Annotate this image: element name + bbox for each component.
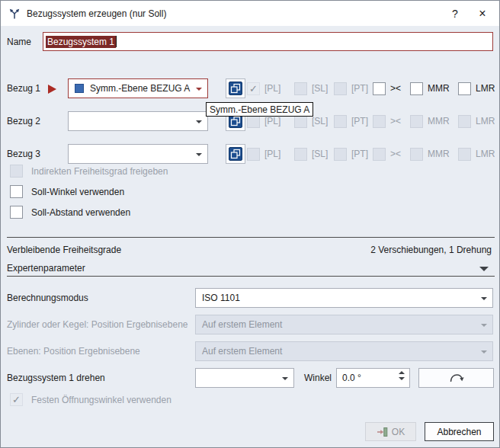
pt-label: [PT]	[351, 83, 368, 94]
bezug-3-label: Bezug 3	[7, 149, 40, 159]
pl-label: [PL]	[264, 83, 280, 94]
zylinder-kegel-label: Zylinder oder Kegel: Position Ergebniseb…	[7, 319, 188, 330]
name-input[interactable]: Bezugssystem 1	[43, 32, 493, 51]
winkel-value: 0.0 °	[342, 373, 361, 383]
freiheitsgrade-label: Verbleibende Freiheitsgrade	[7, 245, 121, 255]
chevron-down-icon	[481, 350, 487, 354]
constraint-label: ><	[390, 149, 401, 159]
bezugssystem-dialog: Bezugssystem erzeugen (nur Soll) ? × Nam…	[0, 0, 500, 448]
spin-down-icon[interactable]	[399, 377, 405, 380]
bezug-1-combobox[interactable]: Symm.-Ebene BEZUG A	[68, 78, 208, 98]
mmr-checkbox	[410, 115, 423, 128]
soll-abstand-checkbox[interactable]	[10, 206, 23, 219]
soll-abstand-option-row: Soll-Abstand verwenden	[1, 205, 500, 220]
tooltip: Symm.-Ebene BEZUG A	[206, 102, 313, 117]
pt-label: [PT]	[351, 116, 368, 126]
berechnungsmodus-label: Berechnungsmodus	[7, 293, 88, 303]
mmr-checkbox	[410, 148, 423, 161]
chevron-down-icon	[481, 297, 487, 300]
oeffnungswinkel-label: Festen Öffnungswinkel verwenden	[31, 395, 171, 405]
constraint-checkbox[interactable]	[373, 82, 386, 95]
close-icon[interactable]: ×	[469, 1, 496, 26]
lmr-checkbox	[458, 115, 471, 128]
freiheitsgrade-value: 2 Verschiebungen, 1 Drehung	[370, 245, 492, 255]
sl-checkbox	[294, 148, 307, 161]
spin-up-icon[interactable]	[399, 371, 405, 374]
rotate-arrow-icon	[448, 373, 465, 384]
lmr-checkbox[interactable]	[458, 82, 471, 95]
mmr-label: MMR	[428, 116, 450, 126]
lmr-checkbox	[458, 148, 471, 161]
indirekt-checkbox	[10, 165, 23, 178]
indirekt-option-row: Indirekten Freiheitsgrad freigeben	[1, 164, 500, 179]
chevron-down-icon	[282, 377, 288, 380]
zylinder-kegel-combobox: Auf erstem Element	[195, 315, 493, 334]
sl-label: [SL]	[312, 83, 328, 94]
lmr-label: LMR	[476, 83, 495, 94]
chevron-down-icon	[479, 267, 489, 271]
berechnungsmodus-row: Berechnungsmodus ISO 1101	[1, 288, 500, 308]
pt-checkbox	[334, 148, 347, 161]
bezug-3-row: Bezug 3 [PL] [SL] [PT] >< MMR LMR	[1, 144, 500, 164]
select-element-button[interactable]	[226, 144, 245, 164]
cancel-button[interactable]: Abbrechen	[425, 422, 494, 441]
mmr-label: MMR	[428, 83, 450, 94]
bezug-2-combobox[interactable]	[68, 111, 208, 131]
mmr-checkbox[interactable]	[410, 82, 423, 95]
expert-section-label: Expertenparameter	[7, 263, 85, 274]
drehen-label: Bezugssystem 1 drehen	[7, 373, 105, 383]
constraint-label: ><	[390, 83, 401, 94]
pl-checkbox	[247, 115, 260, 128]
bezug-2-label: Bezug 2	[7, 116, 40, 126]
pl-label: [PL]	[264, 116, 280, 126]
check-icon: ✓	[12, 395, 21, 405]
titlebar: Bezugssystem erzeugen (nur Soll) ? ×	[1, 1, 499, 26]
berechnungsmodus-value: ISO 1101	[202, 293, 240, 303]
separator	[7, 237, 495, 238]
select-element-button[interactable]	[226, 78, 245, 98]
ebenen-combobox: Auf erstem Element	[195, 341, 493, 361]
bezug-3-combobox[interactable]	[68, 144, 208, 164]
soll-winkel-checkbox[interactable]	[10, 185, 23, 198]
pl-label: [PL]	[264, 149, 280, 159]
sl-checkbox	[294, 82, 307, 95]
soll-winkel-label: Soll-Winkel verwenden	[31, 187, 124, 197]
window-title: Bezugssystem erzeugen (nur Soll)	[27, 8, 166, 19]
sl-checkbox	[294, 115, 307, 128]
zylinder-kegel-row: Zylinder oder Kegel: Position Ergebniseb…	[1, 315, 500, 334]
expert-section-header[interactable]: Expertenparameter	[1, 260, 500, 275]
cancel-button-label: Abbrechen	[437, 427, 481, 437]
check-icon: ✓	[249, 84, 258, 94]
constraint-label: ><	[390, 116, 401, 126]
plane-element-icon	[75, 84, 84, 93]
oeffnungswinkel-option-row: ✓ Festen Öffnungswinkel verwenden	[1, 392, 500, 408]
sl-label: [SL]	[312, 116, 328, 126]
bezug-1-row: Bezug 1 Symm.-Ebene BEZUG A ✓[PL] [SL] […	[1, 78, 500, 98]
spinner-controls	[399, 371, 405, 380]
name-input-selection: Bezugssystem 1	[46, 36, 116, 48]
sl-label: [SL]	[312, 149, 328, 159]
drehen-row: Bezugssystem 1 drehen Winkel 0.0 °	[1, 368, 500, 388]
rotate-button[interactable]	[418, 368, 494, 388]
chevron-down-icon	[196, 120, 202, 123]
winkel-label: Winkel	[304, 373, 332, 383]
berechnungsmodus-combobox[interactable]: ISO 1101	[195, 288, 493, 308]
ebenen-value: Auf erstem Element	[202, 346, 282, 357]
pt-checkbox	[334, 115, 347, 128]
help-button[interactable]: ?	[441, 1, 469, 26]
ok-button: OK	[365, 422, 416, 441]
name-label: Name	[7, 37, 31, 47]
chevron-down-icon	[196, 153, 202, 156]
ok-door-icon	[377, 427, 388, 437]
winkel-spinbox[interactable]: 0.0 °	[336, 368, 410, 388]
bezug-1-label: Bezug 1	[7, 83, 40, 94]
lmr-label: LMR	[476, 116, 495, 126]
text-caret	[116, 36, 117, 47]
zylinder-kegel-value: Auf erstem Element	[202, 319, 282, 330]
constraint-checkbox	[373, 115, 386, 128]
soll-abstand-label: Soll-Abstand verwenden	[31, 207, 130, 218]
drehen-achse-combobox[interactable]	[195, 368, 294, 388]
oeffnungswinkel-checkbox: ✓	[10, 393, 23, 406]
ok-button-label: OK	[392, 427, 405, 437]
active-row-marker-icon	[48, 85, 56, 94]
